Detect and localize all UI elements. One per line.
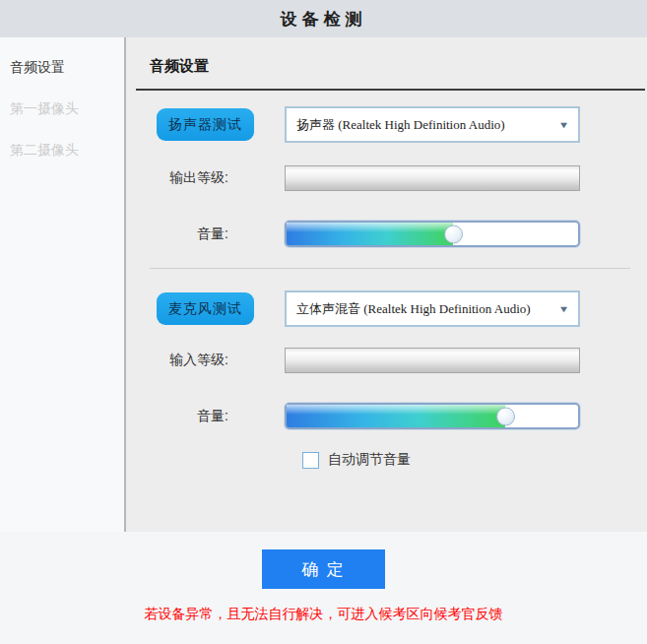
microphone-device-select[interactable]: 立体声混音 (Realtek High Definition Audio) ▼ [285, 290, 580, 327]
microphone-volume-slider[interactable] [285, 403, 580, 429]
footer: 确 定 若设备异常，且无法自行解决，可进入候考区向候考官反馈 [0, 532, 647, 644]
speaker-volume-label: 音量: [150, 225, 228, 243]
auto-volume-checkbox[interactable] [302, 452, 319, 469]
input-level-label: 输入等级: [150, 352, 228, 369]
chevron-down-icon: ▼ [558, 304, 570, 314]
output-level-bar [285, 165, 580, 191]
microphone-device-value: 立体声混音 (Realtek High Definition Audio) [296, 300, 531, 318]
sidebar-item-camera-1[interactable]: 第一摄像头 [0, 100, 124, 116]
microphone-volume-fill [287, 405, 505, 427]
speaker-volume-fill [287, 223, 453, 245]
microphone-volume-label: 音量: [150, 408, 228, 425]
window-header: 设备检测 [0, 0, 647, 37]
device-check-window: 设备检测 音频设置 第一摄像头 第二摄像头 音频设置 扬声器测试 扬声器 (Re… [0, 0, 647, 644]
microphone-volume-thumb[interactable] [496, 407, 515, 425]
audio-settings-panel: 音频设置 扬声器测试 扬声器 (Realtek High Definition … [126, 37, 647, 532]
speaker-device-value: 扬声器 (Realtek High Definition Audio) [296, 116, 505, 134]
sidebar: 音频设置 第一摄像头 第二摄像头 [0, 37, 126, 532]
section-heading: 音频设置 [150, 57, 647, 76]
sidebar-item-camera-2[interactable]: 第二摄像头 [0, 142, 124, 158]
output-level-label: 输出等级: [150, 169, 228, 187]
speaker-test-button[interactable]: 扬声器测试 [157, 108, 254, 141]
heading-underline [136, 89, 645, 91]
input-level-bar [285, 348, 580, 373]
chevron-down-icon: ▼ [558, 120, 570, 130]
sidebar-item-audio-settings[interactable]: 音频设置 [0, 59, 124, 75]
speaker-volume-thumb[interactable] [444, 225, 463, 243]
section-divider [150, 268, 630, 269]
page-title: 设备检测 [281, 8, 367, 31]
speaker-device-select[interactable]: 扬声器 (Realtek High Definition Audio) ▼ [285, 106, 580, 143]
warning-text: 若设备异常，且无法自行解决，可进入候考区向候考官反馈 [145, 606, 503, 623]
microphone-test-button[interactable]: 麦克风测试 [157, 292, 254, 325]
speaker-volume-slider[interactable] [285, 221, 580, 247]
confirm-button[interactable]: 确 定 [262, 549, 385, 589]
auto-volume-label: 自动调节音量 [328, 451, 411, 469]
